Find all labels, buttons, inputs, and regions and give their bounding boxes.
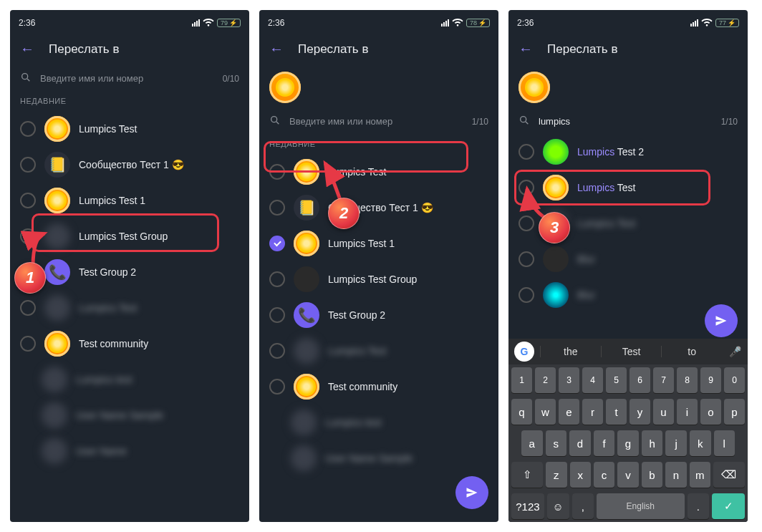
key-0[interactable]: 0	[724, 367, 745, 393]
status-bar: 2:36 77⚡	[508, 10, 748, 32]
key-6[interactable]: 6	[630, 367, 650, 393]
key-u[interactable]: u	[653, 399, 674, 425]
list-item[interactable]: 📒Сообщество Тест 1 😎	[259, 190, 498, 226]
search-input[interactable]	[288, 115, 465, 127]
period-key[interactable]: .	[688, 493, 710, 519]
radio[interactable]	[20, 336, 36, 352]
keyboard-suggestions[interactable]: G the Test to 🎤	[508, 339, 748, 364]
selected-avatar[interactable]	[269, 72, 301, 103]
list-item[interactable]: Test community	[259, 369, 498, 405]
back-button[interactable]: ←	[519, 41, 533, 57]
key-q[interactable]: q	[511, 399, 532, 425]
key-5[interactable]: 5	[606, 367, 627, 393]
shift-key[interactable]: ⇧	[511, 462, 543, 488]
key-4[interactable]: 4	[582, 367, 603, 393]
list-item[interactable]: Lumpics Test Group	[10, 218, 249, 254]
list-item[interactable]: Lumpics Test 1	[259, 226, 498, 261]
key-t[interactable]: t	[606, 399, 627, 425]
key-7[interactable]: 7	[653, 367, 674, 393]
list-item[interactable]: Lumpics Test 1	[10, 183, 249, 218]
key-b[interactable]: b	[642, 462, 662, 488]
key-o[interactable]: o	[700, 399, 721, 425]
radio-checked[interactable]	[269, 236, 285, 251]
key-8[interactable]: 8	[677, 367, 698, 393]
radio[interactable]	[20, 157, 36, 173]
radio[interactable]	[269, 164, 285, 180]
key-k[interactable]: k	[690, 430, 711, 456]
list-item[interactable]: 📞Test Group 2	[259, 297, 498, 333]
key-x[interactable]: x	[570, 462, 591, 488]
send-fab[interactable]	[705, 304, 738, 337]
key-c[interactable]: c	[594, 462, 614, 488]
key-v[interactable]: v	[617, 462, 638, 488]
key-r[interactable]: r	[582, 399, 603, 425]
search-row[interactable]: 1/10	[508, 109, 748, 134]
selected-avatar[interactable]	[519, 72, 550, 103]
radio[interactable]	[269, 271, 285, 287]
enter-key[interactable]: ✓	[712, 493, 745, 519]
key-p[interactable]: p	[724, 399, 745, 425]
key-f[interactable]: f	[594, 430, 615, 456]
radio[interactable]	[519, 251, 534, 267]
key-m[interactable]: m	[690, 462, 710, 488]
keyboard[interactable]: G the Test to 🎤 1234567890 qwertyuiop as…	[508, 339, 748, 522]
emoji-key[interactable]: ☺	[547, 493, 569, 519]
radio[interactable]	[20, 300, 36, 316]
back-button[interactable]: ←	[269, 41, 284, 57]
radio[interactable]	[269, 200, 285, 216]
radio[interactable]	[20, 121, 36, 137]
key-e[interactable]: e	[559, 399, 579, 425]
list-item[interactable]: 📞Test Group 2	[10, 254, 249, 290]
list-item[interactable]: Blur	[508, 241, 748, 277]
radio[interactable]	[20, 228, 36, 244]
key-l[interactable]: l	[714, 430, 736, 456]
key-z[interactable]: z	[546, 462, 566, 488]
radio[interactable]	[519, 144, 534, 160]
key-a[interactable]: a	[521, 430, 543, 456]
search-input[interactable]	[39, 72, 216, 84]
suggestion[interactable]: Test	[601, 346, 662, 357]
suggestion[interactable]: the	[540, 346, 601, 357]
key-i[interactable]: i	[677, 399, 698, 425]
radio[interactable]	[519, 287, 534, 303]
key-j[interactable]: j	[665, 430, 687, 456]
list-item[interactable]: Lumpics Test	[259, 154, 498, 190]
list-item[interactable]: Lumpics Test	[10, 111, 249, 147]
space-key[interactable]: English	[597, 493, 684, 519]
list-item[interactable]: 📒Сообщество Тест 1 😎	[10, 147, 249, 183]
key-n[interactable]: n	[665, 462, 686, 488]
back-button[interactable]: ←	[20, 41, 34, 57]
key-h[interactable]: h	[642, 430, 663, 456]
radio[interactable]	[269, 343, 285, 359]
radio[interactable]	[519, 216, 534, 231]
search-row[interactable]: 0/10	[10, 66, 249, 91]
key-1[interactable]: 1	[511, 367, 532, 393]
radio[interactable]	[269, 379, 285, 395]
key-s[interactable]: s	[546, 430, 567, 456]
mic-icon[interactable]: 🎤	[722, 346, 748, 357]
radio[interactable]	[20, 193, 36, 208]
key-g[interactable]: g	[617, 430, 639, 456]
radio[interactable]	[519, 180, 534, 195]
key-9[interactable]: 9	[700, 367, 721, 393]
send-fab[interactable]	[455, 476, 488, 509]
backspace-key[interactable]: ⌫	[713, 462, 745, 488]
google-icon[interactable]: G	[514, 342, 534, 362]
key-3[interactable]: 3	[559, 367, 579, 393]
key-d[interactable]: d	[569, 430, 591, 456]
list-item[interactable]: Lumpics Test 2	[508, 134, 748, 170]
suggestion[interactable]: to	[661, 346, 722, 357]
list-item[interactable]: Lumpics Test Group	[259, 261, 498, 297]
radio[interactable]	[269, 307, 285, 323]
symbols-key[interactable]: ?123	[511, 493, 544, 519]
list-item[interactable]: Lumpics Test	[508, 170, 748, 205]
list-item[interactable]: Test community	[10, 326, 249, 362]
key-y[interactable]: y	[630, 399, 650, 425]
search-input[interactable]	[537, 115, 714, 127]
key-2[interactable]: 2	[535, 367, 556, 393]
comma-key[interactable]: ,	[572, 493, 594, 519]
list-item[interactable]: Lumpics Test	[259, 333, 498, 369]
key-w[interactable]: w	[535, 399, 556, 425]
list-item[interactable]: Lumpics Test	[10, 290, 249, 326]
search-row[interactable]: 1/10	[259, 109, 498, 134]
